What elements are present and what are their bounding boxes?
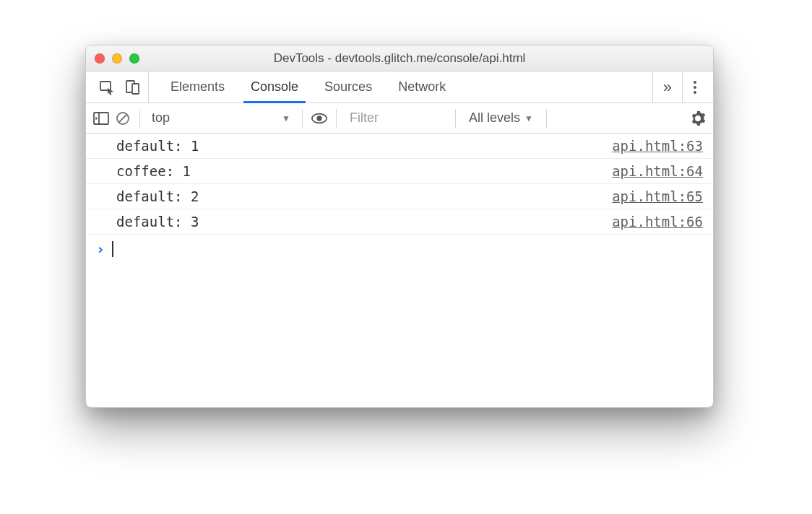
svg-point-3 [694,81,696,84]
separator [455,109,456,128]
tab-network[interactable]: Network [385,71,459,103]
inspect-tools [92,71,149,103]
zoom-window-button[interactable] [129,53,139,64]
log-text: default: 1 [116,138,199,154]
panel-tabs-row: Elements Console Sources Network » [86,71,713,103]
console-row: default: 3 api.html:66 [86,209,713,235]
tab-label: Elements [170,79,225,95]
context-label: top [152,110,170,126]
source-link[interactable]: api.html:63 [612,138,703,154]
close-window-button[interactable] [95,53,105,64]
device-toolbar-icon[interactable] [125,79,141,95]
panel-tabs: Elements Console Sources Network [149,71,652,103]
tab-elements[interactable]: Elements [157,71,238,103]
svg-point-4 [694,86,696,89]
inspect-element-icon[interactable] [99,79,115,95]
console-row: coffee: 1 api.html:64 [86,159,713,184]
log-levels-selector[interactable]: All levels ▼ [465,110,537,126]
minimize-window-button[interactable] [112,53,122,64]
console-row: default: 1 api.html:63 [86,134,713,159]
svg-rect-2 [132,84,139,94]
log-text: default: 2 [116,188,199,204]
separator [336,109,337,128]
log-text: coffee: 1 [116,163,191,179]
source-link[interactable]: api.html:65 [612,188,703,204]
more-tabs-button[interactable]: » [652,71,682,103]
console-settings-icon[interactable] [690,110,706,126]
console-sidebar-toggle-icon[interactable] [93,110,109,126]
window-controls [95,53,139,64]
kebab-icon [693,79,697,95]
tab-console[interactable]: Console [238,71,311,103]
titlebar: DevTools - devtools.glitch.me/console/ap… [86,45,713,71]
svg-point-11 [316,116,321,121]
prompt-arrow-icon: › [96,240,105,258]
filter-input[interactable] [345,108,446,128]
devtools-window: DevTools - devtools.glitch.me/console/ap… [85,45,714,408]
text-cursor [112,241,113,257]
console-output: default: 1 api.html:63 coffee: 1 api.htm… [86,134,713,407]
overflow-icon: » [663,78,672,97]
tab-label: Sources [324,79,372,95]
window-title: DevTools - devtools.glitch.me/console/ap… [86,51,713,66]
svg-point-5 [694,91,696,94]
tab-sources[interactable]: Sources [311,71,385,103]
console-row: default: 2 api.html:65 [86,184,713,209]
context-selector[interactable]: top ▼ [149,110,293,126]
tab-label: Network [398,79,446,95]
chevron-down-icon: ▼ [282,113,290,123]
clear-console-icon[interactable] [115,110,131,126]
source-link[interactable]: api.html:66 [612,214,703,230]
separator [546,109,547,128]
tab-label: Console [251,79,298,95]
separator [139,109,140,128]
chevron-down-icon: ▼ [524,113,533,123]
kebab-menu-button[interactable] [682,71,707,103]
svg-line-9 [119,114,127,122]
separator [302,109,303,128]
console-toolbar: top ▼ All levels ▼ [86,103,713,134]
live-expression-icon[interactable] [311,110,327,126]
console-prompt[interactable]: › [86,235,713,263]
log-text: default: 3 [116,214,199,230]
levels-label: All levels [469,110,520,126]
source-link[interactable]: api.html:64 [612,163,703,179]
